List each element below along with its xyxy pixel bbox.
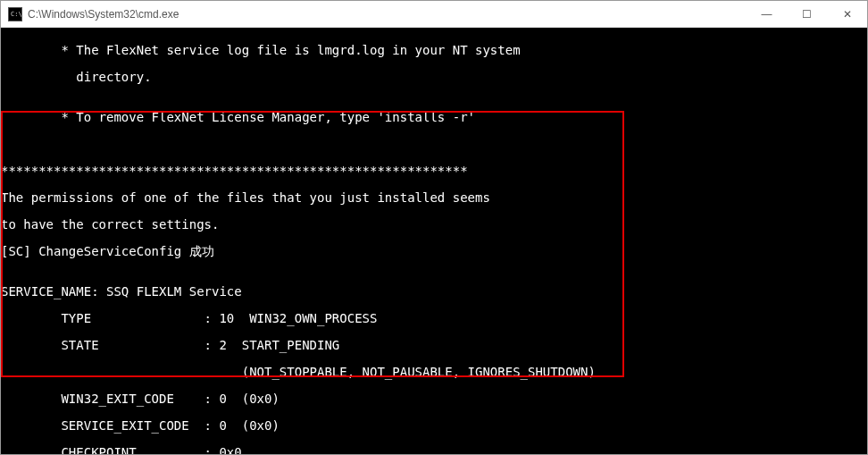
console-line: ****************************************… <box>1 164 867 178</box>
minimize-button[interactable]: — <box>747 1 787 27</box>
console-line: to have the correct settings. <box>1 218 867 232</box>
console-line: SERVICE_EXIT_CODE : 0 (0x0) <box>1 419 867 433</box>
console-line: * The FlexNet service log file is lmgrd.… <box>1 44 867 57</box>
console-output[interactable]: * The FlexNet service log file is lmgrd.… <box>1 28 867 454</box>
console-line: WIN32_EXIT_CODE : 0 (0x0) <box>1 392 867 406</box>
console-line: SERVICE_NAME: SSQ FLEXLM Service <box>1 285 867 299</box>
console-line: * To remove FlexNet License Manager, typ… <box>1 111 867 124</box>
close-button[interactable]: ✕ <box>827 1 867 27</box>
console-line: TYPE : 10 WIN32_OWN_PROCESS <box>1 312 867 325</box>
console-line: (NOT_STOPPABLE, NOT_PAUSABLE, IGNORES_SH… <box>1 366 867 379</box>
cmd-icon: C:\ <box>8 7 22 21</box>
window-controls: — ☐ ✕ <box>747 1 867 27</box>
console-line: directory. <box>1 71 867 84</box>
window-title: C:\Windows\System32\cmd.exe <box>28 8 747 21</box>
svg-text:C:\: C:\ <box>11 11 21 18</box>
console-line: STATE : 2 START_PENDING <box>1 339 867 352</box>
console-line: The permissions of one of the files that… <box>1 191 867 205</box>
console-line: [SC] ChangeServiceConfig 成功 <box>1 245 867 258</box>
cmd-window: C:\ C:\Windows\System32\cmd.exe — ☐ ✕ * … <box>0 0 868 455</box>
titlebar[interactable]: C:\ C:\Windows\System32\cmd.exe — ☐ ✕ <box>1 1 867 28</box>
console-line: CHECKPOINT : 0x0 <box>1 446 867 454</box>
maximize-button[interactable]: ☐ <box>787 1 827 27</box>
